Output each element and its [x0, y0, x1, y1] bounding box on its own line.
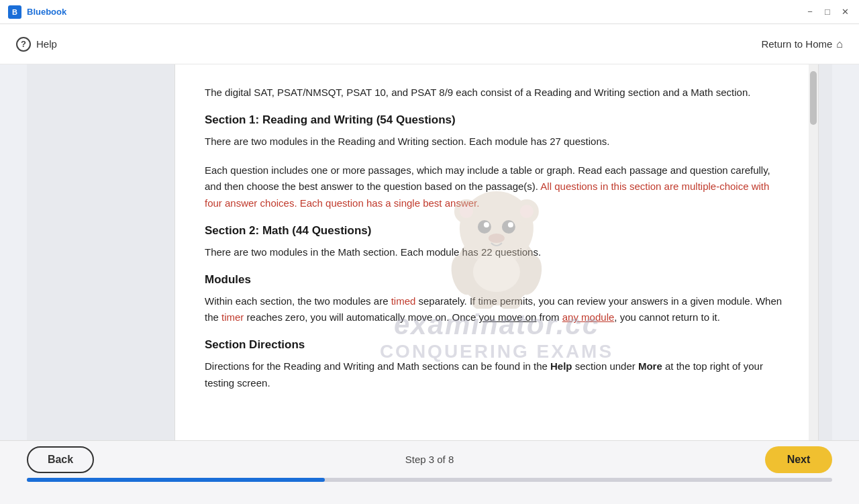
close-button[interactable]: ✕	[839, 6, 851, 18]
modules-para-part4: from	[536, 311, 562, 323]
step-indicator: Step 3 of 8	[405, 454, 454, 465]
app-logo: B	[8, 5, 21, 19]
section1-title: Section 1: Reading and Writing (54 Quest…	[205, 113, 789, 127]
scrollbar-track[interactable]	[809, 64, 818, 504]
section-directions-para: Directions for the Reading and Writing a…	[205, 358, 789, 392]
minimize-button[interactable]: −	[804, 6, 816, 18]
nav-bar: ? Help Return to Home ⌂	[0, 24, 859, 64]
content-inner: The digital SAT, PSAT/NMSQT, PSAT 10, an…	[205, 85, 789, 484]
return-home-button[interactable]: Return to Home ⌂	[761, 38, 843, 50]
progress-bar-container	[27, 478, 832, 482]
modules-para-part1: Within each section, the two modules are	[205, 295, 391, 307]
section2-title: Section 2: Math (44 Questions)	[205, 224, 789, 238]
section1-para2: Each question includes one or more passa…	[205, 162, 789, 212]
section1-para1: There are two modules in the Reading and…	[205, 134, 789, 150]
title-bar-left: B Bluebook	[8, 5, 66, 19]
restore-button[interactable]: □	[821, 6, 833, 18]
section-directions-part2: section under	[572, 360, 638, 372]
return-home-label: Return to Home	[761, 38, 832, 50]
bottom-bar: Back Step 3 of 8 Next	[0, 440, 859, 504]
sidebar-left	[27, 64, 174, 504]
modules-title: Modules	[205, 273, 789, 287]
modules-timed: timed	[391, 295, 416, 307]
section-directions-help: Help	[550, 360, 572, 372]
help-label: Help	[36, 38, 57, 50]
back-button[interactable]: Back	[27, 446, 94, 473]
modules-move-on: you move on	[479, 311, 537, 323]
modules-para: Within each section, the two modules are…	[205, 293, 789, 327]
sidebar-right	[819, 64, 832, 504]
section-directions-title: Section Directions	[205, 338, 789, 352]
modules-any-module: any module	[562, 311, 615, 323]
modules-para-part5: , you cannot return to it.	[614, 311, 720, 323]
home-icon: ⌂	[836, 38, 843, 50]
window-controls: − □ ✕	[804, 6, 851, 18]
scrollbar-thumb[interactable]	[810, 71, 817, 125]
main-wrapper: The digital SAT, PSAT/NMSQT, PSAT 10, an…	[0, 64, 859, 504]
help-button[interactable]: ? Help	[16, 37, 57, 52]
section2-para: There are two modules in the Math sectio…	[205, 244, 789, 261]
modules-timer: timer	[221, 311, 244, 323]
content-panel: The digital SAT, PSAT/NMSQT, PSAT 10, an…	[174, 64, 819, 504]
help-circle-icon: ?	[16, 37, 31, 52]
step-bar: Back Step 3 of 8 Next	[0, 441, 859, 478]
section-directions-part1: Directions for the Reading and Writing a…	[205, 360, 550, 372]
title-bar: B Bluebook − □ ✕	[0, 0, 859, 24]
section-directions-more: More	[638, 360, 662, 372]
progress-bar-fill	[27, 478, 325, 482]
modules-para-part3: reaches zero, you will automatically mov…	[244, 311, 478, 323]
app-name: Bluebook	[27, 7, 66, 17]
next-button[interactable]: Next	[765, 446, 832, 473]
intro-paragraph: The digital SAT, PSAT/NMSQT, PSAT 10, an…	[205, 85, 789, 101]
